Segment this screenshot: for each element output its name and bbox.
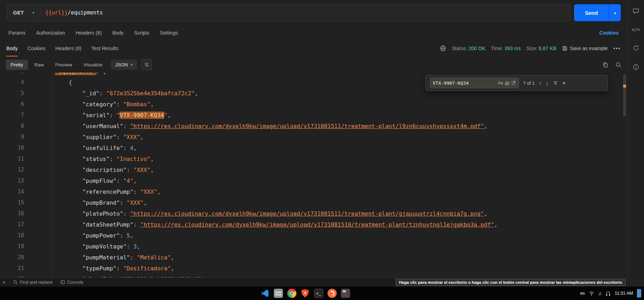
code-token: , <box>494 221 498 228</box>
console-button[interactable]: Console <box>60 280 83 285</box>
search-icon[interactable] <box>615 62 621 68</box>
format-select[interactable]: JSON ▾ <box>111 60 137 70</box>
find-and-replace-button[interactable]: Find and replace <box>13 280 53 285</box>
more-options-icon[interactable]: ••• <box>613 46 621 51</box>
search-match-marker <box>623 85 626 88</box>
previous-match-icon[interactable]: ↑ <box>539 78 542 89</box>
postman-icon[interactable] <box>327 289 337 298</box>
code-token: : <box>134 221 140 228</box>
send-options-button[interactable]: ▾ <box>609 4 621 21</box>
code-line: 19"pumpVoltage": 3, <box>0 241 627 252</box>
size-value: 6.87 KB <box>539 46 556 51</box>
tab-authorization[interactable]: Authorization <box>36 30 65 36</box>
code-token: : <box>126 243 133 250</box>
chevron-down-icon: ▾ <box>614 11 616 15</box>
code-token: "_id" <box>82 90 99 97</box>
line-number: 16 <box>0 208 52 219</box>
code-line: 21"typePump": "Dosificadora", <box>0 263 627 274</box>
code-line: 9"supplier": "XXX", <box>0 132 627 143</box>
vscode-icon[interactable] <box>260 289 270 298</box>
clock[interactable]: 11:31 AM <box>615 291 633 296</box>
status-value: 200 OK <box>468 46 485 51</box>
send-button[interactable]: Send <box>574 4 609 21</box>
whole-word-toggle[interactable]: ab <box>505 81 509 85</box>
next-match-icon[interactable]: ↓ <box>546 78 549 89</box>
save-as-example-button[interactable]: Save as example <box>562 46 608 51</box>
code-token: : <box>126 167 133 173</box>
response-link[interactable]: "https://res.cloudinary.com/dyxelh9kw/im… <box>130 123 484 130</box>
terminal-icon[interactable]: >_ <box>314 289 323 298</box>
code-token: "pumpMaterial" <box>82 254 130 261</box>
response-tab-cookies[interactable]: Cookies <box>28 40 46 56</box>
url-input[interactable]: {{url}}/equipments <box>40 10 570 16</box>
info-icon[interactable] <box>633 64 639 70</box>
wifi-icon[interactable] <box>589 291 594 296</box>
code-token: : <box>110 112 116 119</box>
view-tab-preview[interactable]: Preview <box>50 60 77 70</box>
sync-icon[interactable] <box>633 45 639 51</box>
keyboard-layout-indicator[interactable]: es <box>580 291 585 296</box>
code-token: , <box>157 188 161 195</box>
right-sidebar: </> <box>627 0 644 287</box>
tab-scripts[interactable]: Scripts <box>134 30 149 36</box>
find-input[interactable] <box>433 80 496 86</box>
code-token: "referencePump" <box>82 188 134 195</box>
console-icon <box>60 280 65 284</box>
tab-params[interactable]: Params <box>8 30 25 36</box>
code-token: "serial" <box>82 112 110 119</box>
view-tab-raw[interactable]: Raw <box>29 60 49 70</box>
code-token: 5 <box>126 232 130 239</box>
match-case-toggle[interactable]: Aa <box>498 81 503 85</box>
tab-settings[interactable]: Settings <box>160 30 178 36</box>
network-globe-icon[interactable] <box>440 45 446 52</box>
close-icon[interactable]: × <box>562 78 566 89</box>
response-tabs: Body Cookies Headers (8) Test Results <box>6 40 118 56</box>
code-token: : <box>116 134 123 140</box>
headphones-icon[interactable] <box>605 291 611 296</box>
chevron-down-icon: ▾ <box>131 62 133 67</box>
chrome-icon[interactable] <box>287 289 296 298</box>
code-token: : <box>134 188 140 195</box>
show-desktop-button[interactable] <box>637 289 641 298</box>
size-badge: Size: 6.87 KB <box>526 46 556 51</box>
scrollbar-thumb[interactable] <box>623 74 626 116</box>
code-token: "XXX" <box>134 167 150 173</box>
view-tab-visualize[interactable]: Visualize <box>78 60 107 70</box>
filter-lines-icon[interactable] <box>553 80 558 86</box>
tab-body[interactable]: Body <box>112 30 124 36</box>
tab-headers[interactable]: Headers (8) <box>76 30 102 36</box>
clipped-text-fragment: e <box>3 280 5 285</box>
response-tab-test-results[interactable]: Test Results <box>91 40 118 56</box>
brave-icon[interactable] <box>301 289 310 298</box>
code-token: , <box>134 178 137 184</box>
wrap-lines-button[interactable] <box>141 59 152 70</box>
line-number: 3 <box>0 73 52 77</box>
code-token: : <box>123 210 130 217</box>
code-token: "usefulLife" <box>82 145 123 151</box>
response-tab-body[interactable]: Body <box>6 40 18 56</box>
view-tab-pretty[interactable]: Pretty <box>6 60 28 70</box>
scrollbar[interactable] <box>622 73 627 277</box>
response-body-editor[interactable]: 3"equipments": [4{5"_id": "672e3525be4e3… <box>0 73 627 277</box>
code-snippet-icon[interactable]: </> <box>632 27 640 32</box>
gimp-icon[interactable] <box>341 289 350 298</box>
copy-icon[interactable] <box>602 62 608 68</box>
search-match-highlight: "equipments" <box>55 73 96 75</box>
code-token: "Metálica" <box>137 254 171 261</box>
response-tab-headers[interactable]: Headers (8) <box>55 40 82 56</box>
code-token: 3 <box>134 243 137 250</box>
code-line: 6"category": "Bombas", <box>0 99 627 110</box>
code-token: " <box>164 112 167 119</box>
response-link[interactable]: "https://res.cloudinary.com/dyxelh9kw/im… <box>130 210 484 217</box>
code-token: : <box>120 232 126 239</box>
file-manager-icon[interactable] <box>274 289 283 298</box>
music-note-icon[interactable]: ♫ <box>598 290 602 296</box>
comments-icon[interactable] <box>633 8 639 14</box>
method-select[interactable]: GET ▾ <box>7 5 40 21</box>
line-number: 5 <box>0 88 52 99</box>
cookies-link[interactable]: Cookies <box>599 30 619 36</box>
line-number: 21 <box>0 263 52 274</box>
regex-toggle[interactable]: .* <box>511 80 516 85</box>
response-link[interactable]: "https://res.cloudinary.com/dyxelh9kw/im… <box>140 221 494 228</box>
code-token: "XXX" <box>123 134 140 140</box>
